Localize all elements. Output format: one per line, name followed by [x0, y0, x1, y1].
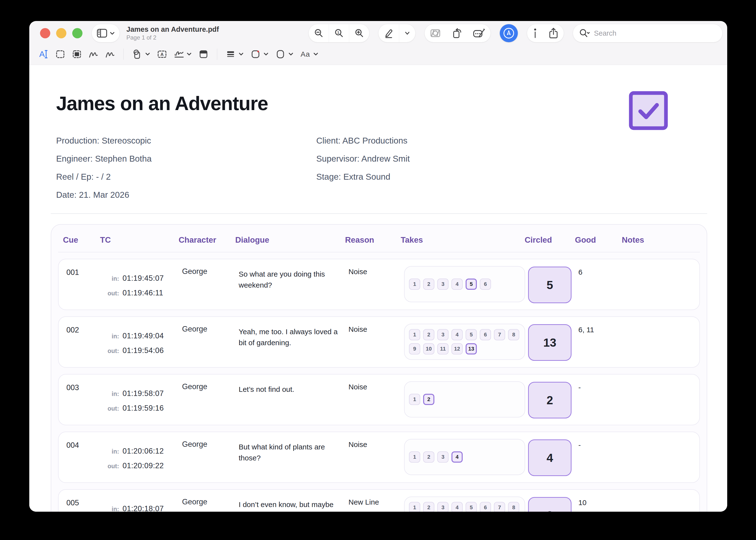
zoom-window-button[interactable] — [72, 28, 82, 38]
approved-checkbox-icon — [629, 91, 668, 131]
signature-tool[interactable]: x — [171, 47, 186, 61]
shapes-tool[interactable] — [130, 47, 144, 61]
metadata-line: Production: Stereoscopic — [56, 136, 316, 146]
notes-text — [625, 496, 700, 498]
tc-in-value: 01:20:06:12 — [123, 447, 164, 456]
line-weight-tool[interactable] — [224, 47, 238, 61]
take-chip: 3 — [437, 502, 449, 512]
border-color-tool[interactable] — [249, 47, 263, 61]
column-header: Notes — [622, 235, 707, 245]
column-header: Reason — [345, 235, 401, 245]
sketch-tool[interactable] — [86, 47, 101, 61]
signature-menu[interactable] — [187, 47, 193, 61]
highlighter-button[interactable] — [378, 24, 399, 42]
minimize-button[interactable] — [56, 28, 66, 38]
take-chip-selected: 4 — [452, 451, 463, 463]
take-chip: 9 — [409, 343, 420, 354]
good-takes: - — [578, 381, 625, 392]
zoom-controls: 1 — [309, 24, 369, 42]
text-selection-tool[interactable]: A — [37, 47, 51, 61]
cue-row: 003 in: 01:19:58:07 out: 01:19:59:16 Geo… — [58, 374, 700, 425]
search-field[interactable] — [573, 24, 722, 42]
notes-text — [625, 266, 700, 268]
take-chip: 6 — [480, 329, 491, 340]
note-tool[interactable] — [196, 47, 211, 61]
good-takes: - — [578, 439, 625, 449]
instant-alpha-button[interactable] — [425, 24, 446, 42]
redact-tool[interactable] — [70, 47, 84, 61]
tc-out-label: out: — [103, 347, 119, 354]
metadata-line: Engineer: Stephen Botha — [56, 154, 316, 164]
metadata-line: Date: 21. Mar 2026 — [56, 190, 316, 200]
shapes-menu[interactable] — [145, 47, 152, 61]
column-header: Cue — [63, 235, 100, 245]
tc-out-value: 01:19:46:11 — [123, 289, 163, 297]
take-chip-selected: 5 — [466, 279, 477, 290]
dialogue-text: Let’s not find out. — [239, 381, 342, 395]
take-chip: 8 — [508, 502, 519, 512]
share-button[interactable] — [543, 24, 564, 42]
svg-text:A: A — [161, 52, 164, 57]
notes-text — [625, 381, 700, 383]
sidebar-toggle-button[interactable] — [92, 24, 120, 42]
take-chip: 7 — [494, 502, 505, 512]
fill-color-tool[interactable] — [273, 47, 287, 61]
take-chip: 1 — [409, 394, 420, 405]
fill-color-menu[interactable] — [288, 47, 295, 61]
takes-panel: 12345678910111213 — [404, 324, 525, 360]
dialogue-text: So what are you doing this weekend? — [239, 266, 342, 291]
svg-text:x: x — [174, 53, 176, 57]
take-chip: 5 — [466, 329, 477, 340]
pdf-page: James on an Adventure Production: Stereo… — [29, 65, 727, 512]
tc-in-label: in: — [103, 333, 119, 340]
take-chip: 8 — [508, 329, 519, 340]
edit-controls — [425, 24, 490, 42]
tc-in-value: 01:19:45:07 — [123, 274, 164, 283]
text-box-tool[interactable]: A — [155, 47, 169, 61]
dialogue-text: I don’t even know, but maybe next time y… — [239, 496, 342, 512]
cue-number: 005 — [66, 496, 103, 507]
rotate-left-button[interactable] — [446, 24, 468, 42]
close-button[interactable] — [40, 28, 50, 38]
cue-number: 003 — [66, 381, 103, 392]
rect-selection-tool[interactable] — [53, 47, 67, 61]
take-chip: 10 — [423, 343, 434, 354]
markup-toolbar-button[interactable] — [468, 24, 490, 42]
border-color-menu[interactable] — [264, 47, 270, 61]
text-style-tool[interactable]: Aa — [298, 47, 312, 61]
tc-out-label: out: — [103, 463, 119, 470]
metadata-left-column: Production: Stereoscopic Engineer: Steph… — [56, 136, 316, 200]
cue-row: 002 in: 01:19:49:04 out: 01:19:54:06 Geo… — [58, 316, 700, 368]
draw-tool[interactable] — [103, 47, 117, 61]
cue-table-header: Cue TC Character Dialogue Reason Takes C… — [51, 224, 707, 252]
pdf-document-title: James on an Adventure — [56, 92, 707, 115]
pen-circle-button[interactable] — [500, 24, 518, 42]
metadata-line: Stage: Extra Sound — [316, 172, 410, 182]
tc-in-label: in: — [103, 448, 119, 455]
cue-row: 004 in: 01:20:06:12 out: 01:20:09:22 Geo… — [58, 432, 700, 483]
traffic-lights — [40, 28, 82, 38]
tc-out-value: 01:19:59:16 — [123, 404, 164, 413]
zoom-out-button[interactable] — [309, 24, 329, 42]
line-weight-menu[interactable] — [239, 47, 245, 61]
page-indicator: Page 1 of 2 — [126, 34, 219, 41]
take-chip-selected: 13 — [466, 343, 477, 354]
production-metadata: Production: Stereoscopic Engineer: Steph… — [56, 136, 707, 200]
timecode-cell: in: 01:20:18:07 out: 01:20:19:17 — [103, 496, 182, 512]
tc-in-value: 01:20:18:07 — [123, 504, 164, 512]
column-header: TC — [100, 235, 179, 245]
text-style-label: Aa — [301, 50, 310, 58]
highlighter-menu-button[interactable] — [399, 24, 415, 42]
text-style-menu[interactable] — [313, 47, 320, 61]
zoom-in-button[interactable] — [349, 24, 369, 42]
document-title: James on an Adventure.pdf — [126, 25, 219, 34]
takes-panel: 12 — [404, 381, 525, 417]
take-chip: 1 — [409, 279, 420, 290]
info-button[interactable] — [527, 24, 543, 42]
take-chip: 11 — [437, 343, 449, 354]
zoom-actual-size-button[interactable]: 1 — [329, 24, 349, 42]
metadata-line: Reel / Ep: - / 2 — [56, 172, 316, 182]
document-title-block: James on an Adventure.pdf Page 1 of 2 — [126, 25, 219, 41]
search-input[interactable] — [594, 29, 716, 37]
markup-toolbar: A — [29, 46, 727, 65]
